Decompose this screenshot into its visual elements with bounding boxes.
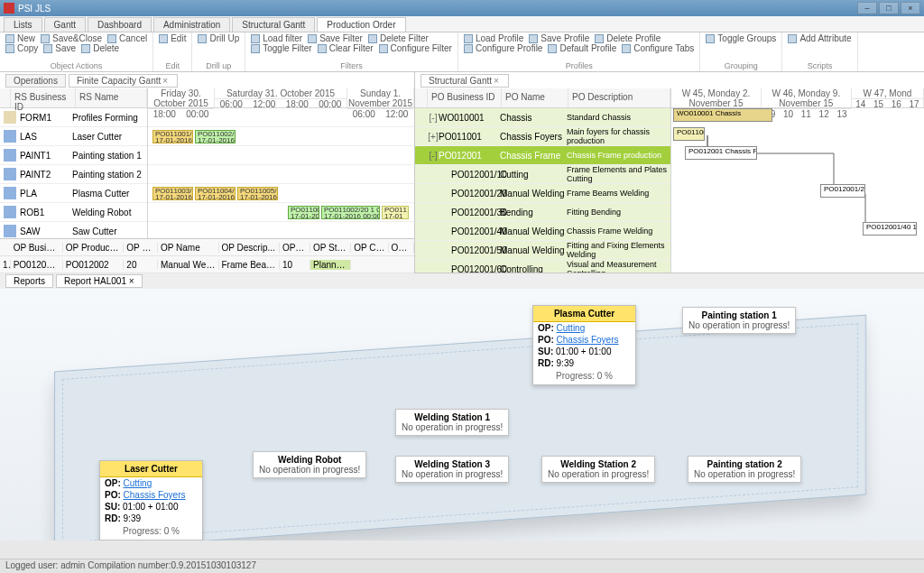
main-tab-administration[interactable]: Administration — [153, 17, 230, 32]
station-card[interactable]: Welding Station 3No operation in progres… — [395, 456, 509, 483]
op-cell[interactable]: 1 — [0, 260, 11, 270]
main-tab-lists[interactable]: Lists — [4, 17, 42, 32]
op-col[interactable]: OP Descrip... — [219, 243, 280, 253]
po-row[interactable]: PO012001/50Manual WeldingFitting and Fix… — [415, 241, 670, 260]
tab-structural-gantt[interactable]: Structural Gantt× — [420, 74, 509, 88]
ribbon-save[interactable]: Save — [43, 43, 76, 53]
station-card[interactable]: Welding Station 1No operation in progres… — [395, 409, 509, 436]
ribbon-toggle-filter[interactable]: Toggle Filter — [251, 43, 311, 53]
col-rs-name[interactable]: RS Name — [76, 88, 147, 107]
resource-row[interactable]: ROB1Welding Robot — [0, 203, 147, 222]
station-card[interactable]: Welding Station 2No operation in progres… — [541, 456, 655, 483]
po-gantt-bar[interactable]: PO012001 Chassis Frame — [685, 146, 757, 160]
expand-toggle[interactable]: [-] — [428, 113, 439, 123]
po-row[interactable]: [+]PO011001Chassis FoyersMain foyers for… — [415, 127, 670, 146]
ribbon-save-close[interactable]: Save&Close — [41, 33, 102, 43]
close-icon[interactable]: × — [492, 76, 501, 86]
ribbon-load-profile[interactable]: Load Profile — [464, 33, 523, 43]
po-link[interactable]: Chassis Foyers — [124, 490, 186, 500]
gantt-bar[interactable]: PO011001/10 617-01-2016 00: — [152, 130, 193, 143]
col-po-business-id[interactable]: PO Business ID — [428, 88, 502, 107]
ribbon-toggle-groups[interactable]: Toggle Groups — [706, 33, 776, 43]
col-po-description[interactable]: PO Description — [568, 88, 670, 107]
resource-row[interactable]: PAINT2Painting station 2 — [0, 165, 147, 184]
po-gantt-bar[interactable]: WO010001 Chassis — [673, 108, 772, 122]
po-row[interactable]: PO012001/30BendingFitting Bending — [415, 203, 670, 222]
op-col[interactable]: OP S — [389, 243, 414, 253]
tab-reports[interactable]: Reports — [5, 274, 53, 288]
tab-finite-capacity-gantt[interactable]: Finite Capacity Gantt× — [69, 74, 178, 88]
op-link[interactable]: Cutting — [557, 323, 586, 333]
po-gantt-bar[interactable]: PO011001 — [673, 127, 705, 141]
ribbon-delete[interactable]: Delete — [81, 43, 119, 53]
ribbon-clear-filter[interactable]: Clear Filter — [318, 43, 374, 53]
op-cell[interactable]: PO012002/20 — [11, 260, 63, 270]
main-tab-dashboard[interactable]: Dashboard — [88, 17, 152, 32]
op-col[interactable]: OP Posi... — [124, 243, 158, 253]
gantt-bar[interactable]: PO011002/10 617-01-2016 00: — [195, 130, 236, 143]
op-cell[interactable]: 10 — [280, 260, 310, 270]
ribbon-add-attribute[interactable]: Add Attribute — [788, 33, 851, 43]
station-card[interactable]: Painting station 1No operation in progre… — [682, 307, 796, 334]
col-rs-business-id[interactable]: RS Business ID — [11, 88, 76, 107]
po-link[interactable]: Chassis Foyers — [557, 335, 619, 345]
op-cell[interactable]: 20 — [124, 260, 158, 270]
station-card[interactable]: Painting station 2No operation in progre… — [688, 456, 801, 483]
op-col[interactable]: OP Color — [351, 243, 388, 253]
minimize-button[interactable]: – — [857, 2, 877, 14]
expand-toggle[interactable]: [-] — [428, 151, 439, 161]
po-gantt-bar[interactable]: PO012001/20 17-01-2016 — [820, 184, 865, 198]
op-col[interactable]: OP Pri... — [280, 243, 310, 253]
gantt-bar[interactable]: PO011003/10 617-01-2016 00: — [152, 187, 193, 200]
ribbon-default-profile[interactable]: Default Profile — [548, 43, 616, 53]
ribbon-load-filter[interactable]: Load filter — [251, 33, 302, 43]
ribbon-new[interactable]: New — [5, 33, 35, 43]
resource-row[interactable]: SAWSaw Cutter — [0, 222, 147, 238]
ribbon-delete-profile[interactable]: Delete Profile — [595, 33, 661, 43]
po-row[interactable]: [-]PO012001Chassis FrameChassis Frame pr… — [415, 146, 670, 165]
po-row[interactable]: [-]WO010001ChassisStandard Chassis — [415, 108, 670, 127]
ribbon-save-profile[interactable]: Save Profile — [529, 33, 589, 43]
main-tab-production-order[interactable]: Production Order — [317, 17, 405, 32]
op-cell[interactable]: Plannable — [310, 260, 351, 270]
op-cell[interactable]: Manual Welding — [158, 260, 218, 270]
main-tab-gantt[interactable]: Gantt — [44, 17, 86, 32]
po-row[interactable]: PO012001/20Manual WeldingFrame Beams Wel… — [415, 184, 670, 203]
close-icon[interactable]: × — [161, 76, 170, 86]
op-link[interactable]: Cutting — [124, 478, 152, 488]
op-col[interactable]: OP Production O... — [63, 243, 124, 253]
ribbon-edit[interactable]: Edit — [159, 33, 186, 43]
op-cell[interactable]: PO012002 — [63, 260, 124, 270]
maximize-button[interactable]: □ — [879, 2, 899, 14]
tab-operations[interactable]: Operations — [5, 74, 66, 88]
gantt-bar[interactable]: PO011002/20 1 017-01-2016 00:00 00:00 — [321, 206, 380, 219]
main-tab-structural-gantt[interactable]: Structural Gantt — [232, 17, 315, 32]
resource-row[interactable]: PLAPlasma Cutter — [0, 184, 147, 203]
expand-toggle[interactable]: [+] — [428, 132, 439, 142]
col-po-name[interactable]: PO Name — [502, 88, 568, 107]
resource-row[interactable]: LASLaser Cutter — [0, 127, 147, 146]
po-gantt-bar[interactable]: PO012001/40 1 0 17-01-2016 00:00 — [863, 222, 917, 236]
op-cell[interactable]: Frame Beams Weldi — [219, 260, 280, 270]
ribbon-save-filter[interactable]: Save Filter — [308, 33, 363, 43]
po-row[interactable]: PO012001/40Manual WeldingChassis Frame W… — [415, 222, 670, 241]
ribbon-configure-profile[interactable]: Configure Profile — [464, 43, 542, 53]
ribbon-configure-filter[interactable]: Configure Filter — [379, 43, 452, 53]
op-col[interactable]: OP Status — [310, 243, 351, 253]
gantt-bar[interactable]: PO011005/10 617-01-2016 00: — [237, 187, 278, 200]
po-row[interactable]: PO012001/60ControllingVisual and Measure… — [415, 260, 670, 273]
op-col[interactable]: OP Busines... — [11, 243, 63, 253]
po-row[interactable]: PO012001/10CuttingFrame Elements and Pla… — [415, 165, 670, 184]
ribbon-delete-filter[interactable]: Delete Filter — [368, 33, 429, 43]
ribbon-copy[interactable]: Copy — [5, 43, 38, 53]
station-card[interactable]: Welding RobotNo operation in progress! — [253, 451, 366, 478]
ribbon-drill-up[interactable]: Drill Up — [198, 33, 239, 43]
resource-row[interactable]: PAINT1Painting station 1 — [0, 146, 147, 165]
gantt-bar[interactable]: PO011004/10 617-01-2016 00: — [195, 187, 236, 200]
gantt-bar[interactable]: PO01100117-01-201 — [288, 206, 319, 219]
close-button[interactable]: × — [901, 2, 920, 14]
gantt-bar[interactable]: PO01117-01 — [382, 206, 409, 219]
close-icon[interactable]: × — [129, 276, 134, 286]
ribbon-cancel[interactable]: Cancel — [107, 33, 147, 43]
op-col[interactable]: OP Name — [158, 243, 218, 253]
